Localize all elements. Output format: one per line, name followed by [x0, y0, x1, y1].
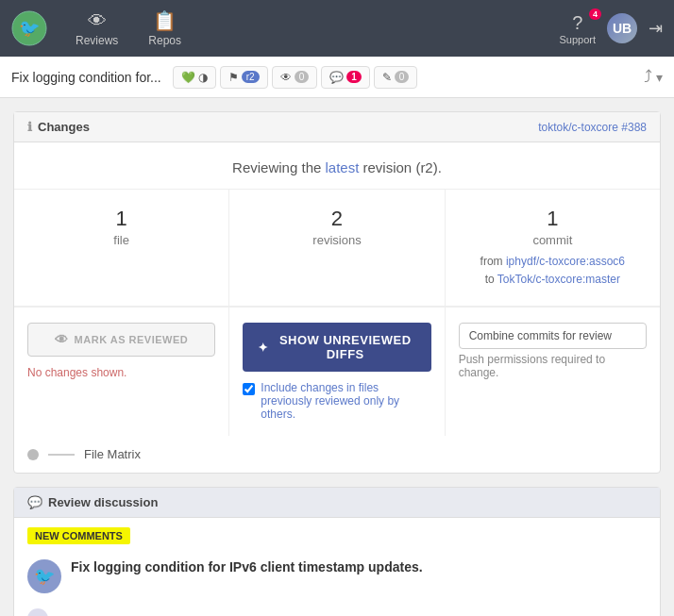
discussion-item-title: Fix logging condition for IPv6 client ti…: [71, 559, 423, 574]
from-link[interactable]: iphydf/c-toxcore:assoc6: [506, 255, 625, 268]
mark-reviewed-button[interactable]: 👁 MARK AS REVIEWED: [27, 323, 215, 357]
repos-icon: 📋: [153, 9, 177, 32]
discussion-card-header: 💬 Review discussion: [14, 488, 660, 518]
stat-commits: 1 commit from iphydf/c-toxcore:assoc6 to…: [446, 190, 660, 306]
info-icon: ℹ: [27, 120, 32, 134]
stats-row: 1 file 2 revisions 1 commit from iphydf/…: [14, 189, 660, 307]
include-changes-text: Include changes in files previously revi…: [261, 381, 430, 421]
comments-icon: 💬: [329, 71, 344, 84]
stat-revisions: 2 revisions: [229, 190, 445, 306]
app-logo[interactable]: 🐦: [11, 10, 47, 46]
svg-text:🐦: 🐦: [19, 18, 41, 39]
nav-repos-label: Repos: [148, 34, 181, 47]
file-matrix-dot: [27, 449, 39, 460]
page-title: Fix logging condition for...: [11, 70, 161, 85]
reviewing-suffix: revision (r2).: [359, 159, 442, 175]
user-avatar[interactable]: UB: [607, 13, 637, 43]
health-icon: 💚: [181, 71, 195, 84]
avatar-initials: UB: [613, 21, 632, 36]
nav-items: 👁 Reviews 📋 Repos: [62, 4, 559, 53]
from-prefix: from: [480, 255, 506, 268]
stat-files: 1 file: [14, 190, 229, 306]
discussion-card: 💬 Review discussion NEW COMMENTS 🐦 Fix l…: [13, 487, 661, 616]
tab-edit[interactable]: ✎ 0: [374, 66, 418, 89]
include-changes-row: Include changes in files previously revi…: [243, 381, 430, 421]
changes-title: Changes: [38, 120, 90, 134]
commits-label: commit: [457, 233, 649, 247]
tab-eye[interactable]: 👁 0: [272, 66, 318, 89]
show-unreviewed-label: SHOW UNREVIEWED DIFFS: [275, 333, 416, 361]
small-icon-row: [14, 603, 660, 616]
combine-select-wrapper: Combine commits for review: [459, 323, 647, 349]
new-comments-badge: NEW COMMENTS: [27, 527, 130, 544]
actions-row: 👁 MARK AS REVIEWED No changes shown. ✦ S…: [14, 307, 660, 436]
nav-reviews-label: Reviews: [76, 34, 118, 47]
edit-badge: 0: [395, 71, 410, 83]
support-label: Support: [559, 34, 596, 45]
tab-health[interactable]: 💚 ◑: [173, 66, 216, 89]
commits-count: 1: [457, 207, 649, 231]
reviewing-text: Reviewing the latest revision (r2).: [14, 142, 660, 189]
signout-icon[interactable]: ⇥: [649, 18, 663, 39]
files-label: file: [25, 233, 217, 247]
reviews-icon: 👁: [88, 10, 107, 32]
to-prefix: to: [485, 273, 497, 286]
support-button[interactable]: ? 4 Support: [559, 12, 596, 45]
latest-word: latest: [326, 159, 360, 175]
main-content: ℹ Changes toktok/c-toxcore #388 Reviewin…: [0, 98, 674, 616]
nav-reviews[interactable]: 👁 Reviews: [62, 5, 131, 53]
action-show-unreviewed: ✦ SHOW UNREVIEWED DIFFS Include changes …: [229, 308, 445, 436]
eye-check-icon: 👁: [55, 332, 69, 347]
discussion-title: Review discussion: [48, 495, 158, 509]
repo-link[interactable]: toktok/c-toxcore #388: [538, 121, 647, 134]
files-count: 1: [25, 207, 217, 231]
include-changes-checkbox[interactable]: [243, 383, 255, 395]
toolbar: Fix logging condition for... 💚 ◑ ⚑ r2 👁 …: [0, 57, 674, 98]
revision-badge: r2: [242, 71, 260, 83]
discussion-body: Fix logging condition for IPv6 client ti…: [71, 559, 423, 574]
push-perm-text: Push permissions required to change.: [459, 353, 647, 379]
discussion-icon: 💬: [27, 495, 42, 509]
avatar-icon: 🐦: [34, 566, 55, 587]
action-combine: Combine commits for review Push permissi…: [446, 308, 660, 436]
small-avatar-icon: [27, 608, 48, 616]
changes-card-header: ℹ Changes toktok/c-toxcore #388: [14, 112, 660, 142]
changes-card: ℹ Changes toktok/c-toxcore #388 Reviewin…: [13, 111, 661, 474]
tab-changes[interactable]: ⚑ r2: [220, 66, 268, 89]
reviewing-prefix: Reviewing the: [232, 159, 325, 175]
changes-header-title: ℹ Changes: [27, 120, 90, 134]
revisions-label: revisions: [241, 233, 432, 247]
avatar: 🐦: [27, 559, 61, 593]
no-changes-text: No changes shown.: [27, 366, 215, 379]
new-comments-badge-wrapper: NEW COMMENTS: [14, 518, 660, 550]
sparkle-icon: ✦: [258, 341, 269, 355]
tab-comments[interactable]: 💬 1: [321, 66, 370, 89]
discussion-item: 🐦 Fix logging condition for IPv6 client …: [14, 550, 660, 603]
changes-icon: ⚑: [228, 71, 239, 84]
support-badge: 4: [589, 8, 601, 20]
comments-badge: 1: [346, 71, 362, 83]
nav-repos[interactable]: 📋 Repos: [135, 4, 194, 53]
discussion-header-title: 💬 Review discussion: [27, 495, 158, 509]
navbar: 🐦 👁 Reviews 📋 Repos ? 4 Support UB ⇥: [0, 0, 674, 57]
file-matrix-line: [48, 454, 75, 456]
combine-commits-select[interactable]: Combine commits for review: [459, 323, 647, 349]
nav-right: ? 4 Support UB ⇥: [559, 12, 663, 45]
commit-range: from iphydf/c-toxcore:assoc6 to TokTok/c…: [457, 253, 649, 289]
action-mark-reviewed: 👁 MARK AS REVIEWED No changes shown.: [14, 308, 229, 436]
eye-badge: 0: [295, 71, 310, 83]
eye-icon: 👁: [280, 71, 292, 84]
file-matrix-row: File Matrix: [14, 436, 660, 473]
file-matrix-label[interactable]: File Matrix: [84, 447, 141, 461]
diff-chart-icon: ◑: [198, 71, 208, 84]
show-unreviewed-button[interactable]: ✦ SHOW UNREVIEWED DIFFS: [243, 323, 430, 372]
support-icon: ?: [572, 12, 582, 34]
revisions-count: 2: [241, 207, 432, 231]
share-icon[interactable]: ⤴: [644, 67, 652, 87]
to-link[interactable]: TokTok/c-toxcore:master: [497, 273, 620, 286]
mark-reviewed-label: MARK AS REVIEWED: [75, 334, 189, 345]
caret-icon[interactable]: ▾: [656, 70, 663, 85]
edit-icon: ✎: [382, 71, 392, 84]
toolbar-sep: ⤴ ▾: [644, 67, 663, 87]
